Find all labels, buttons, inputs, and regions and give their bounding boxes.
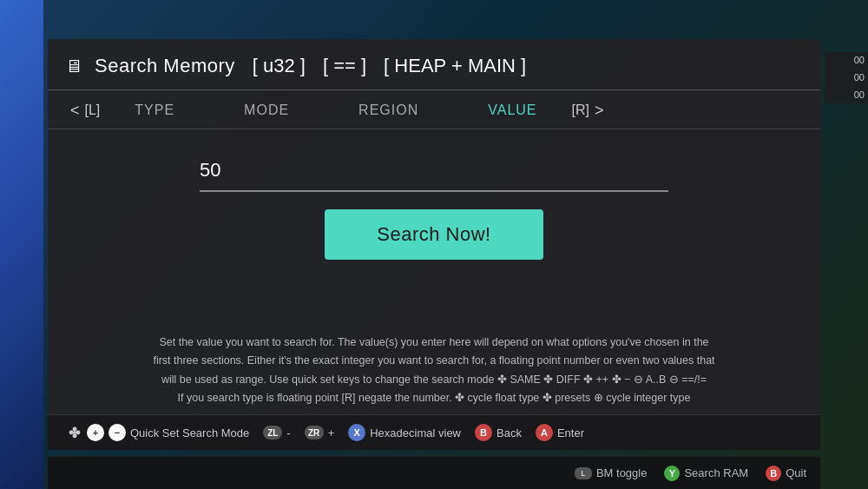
enter-label: Enter bbox=[557, 426, 584, 439]
game-character bbox=[0, 0, 43, 489]
tab-right-arrow[interactable]: > bbox=[589, 102, 609, 120]
quit-label: Quit bbox=[786, 466, 806, 479]
right-numbers: 00 00 00 bbox=[825, 52, 868, 103]
desc-line4: If you search type is floating point [R]… bbox=[178, 392, 691, 404]
bm-toggle-label: BM toggle bbox=[596, 466, 648, 479]
a-button[interactable]: A bbox=[536, 424, 553, 441]
monitor-icon: 🖥 bbox=[65, 56, 82, 76]
search-ram-item: Y Search RAM bbox=[664, 466, 748, 481]
zr-label: + bbox=[328, 426, 335, 439]
desc-line3: will be used as range. Use quick set key… bbox=[161, 373, 707, 386]
search-now-button[interactable]: Search Now! bbox=[325, 209, 542, 260]
back-label: Back bbox=[496, 426, 522, 439]
right-num-2: 00 bbox=[854, 69, 865, 87]
value-input[interactable] bbox=[200, 155, 668, 185]
hex-label: Hexadecimal view bbox=[370, 426, 461, 439]
dialog-header: 🖥 Search Memory [ u32 ] [ == ] [ HEAP + … bbox=[48, 39, 820, 90]
tab-value[interactable]: VALUE bbox=[453, 99, 571, 122]
tab-region[interactable]: REGION bbox=[324, 99, 453, 122]
quick-set-label[interactable]: Quick Set Search Mode bbox=[130, 426, 249, 439]
type-badge: [ u32 ] bbox=[253, 55, 306, 77]
right-num-3: 00 bbox=[854, 87, 865, 104]
tab-type[interactable]: TYPE bbox=[100, 99, 209, 122]
region-badge: [ HEAP + MAIN ] bbox=[384, 55, 526, 77]
desc-line1: Set the value you want to search for. Th… bbox=[159, 336, 708, 348]
quit-item: B Quit bbox=[766, 466, 806, 481]
tab-left-bracket: [L] bbox=[85, 102, 101, 118]
tab-navigation: < [L] TYPE MODE REGION VALUE [R] > bbox=[48, 90, 820, 129]
zl-item: ZL - bbox=[263, 426, 290, 439]
zl-label: - bbox=[286, 426, 290, 439]
minus-icon: − bbox=[108, 424, 126, 441]
b-button[interactable]: B bbox=[475, 424, 492, 441]
bm-toggle-item: L BM toggle bbox=[575, 466, 648, 479]
desc-line2: first three sections. Either it's the ex… bbox=[153, 354, 714, 367]
bottom-toolbar: ✤ + − Quick Set Search Mode ZL - ZR + X … bbox=[48, 414, 820, 450]
tab-mode[interactable]: MODE bbox=[209, 99, 324, 122]
value-input-row bbox=[200, 155, 668, 192]
zr-item: ZR + bbox=[305, 426, 335, 439]
description-area: Set the value you want to search for. Th… bbox=[48, 320, 820, 414]
zl-button[interactable]: ZL bbox=[263, 426, 282, 439]
value-section: Search Now! bbox=[200, 155, 668, 260]
b-quit-button[interactable]: B bbox=[766, 466, 781, 481]
tab-right-bracket: [R] bbox=[572, 102, 589, 118]
x-button[interactable]: X bbox=[348, 424, 365, 441]
enter-item: A Enter bbox=[536, 424, 584, 441]
game-thumbnail-area bbox=[0, 0, 43, 489]
status-bar: L BM toggle Y Search RAM B Quit bbox=[48, 456, 820, 489]
dialog-content: Search Now! bbox=[48, 129, 820, 320]
dpad-icon: ✤ bbox=[65, 424, 82, 441]
mode-badge: [ == ] bbox=[323, 55, 366, 77]
search-ram-label: Search RAM bbox=[684, 466, 748, 479]
hex-item: X Hexadecimal view bbox=[348, 424, 461, 441]
tab-left-arrow[interactable]: < bbox=[65, 102, 85, 120]
y-button[interactable]: Y bbox=[664, 466, 680, 481]
dialog-title: Search Memory bbox=[95, 55, 235, 77]
zr-button[interactable]: ZR bbox=[305, 426, 324, 439]
right-num-1: 00 bbox=[854, 52, 865, 69]
plus-icon: + bbox=[87, 424, 104, 441]
back-item: B Back bbox=[475, 424, 522, 441]
l-button[interactable]: L bbox=[575, 467, 592, 479]
search-memory-dialog: 🖥 Search Memory [ u32 ] [ == ] [ HEAP + … bbox=[48, 39, 820, 450]
quick-set-item: ✤ + − Quick Set Search Mode bbox=[65, 424, 249, 441]
description-text: Set the value you want to search for. Th… bbox=[65, 334, 803, 407]
